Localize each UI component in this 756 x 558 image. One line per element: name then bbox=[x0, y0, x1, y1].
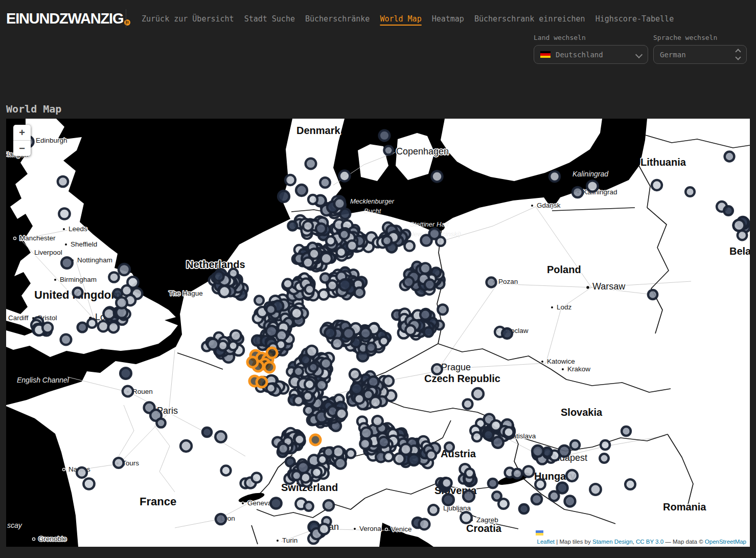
map-marker[interactable] bbox=[424, 327, 433, 337]
map-marker[interactable] bbox=[325, 328, 335, 339]
language-select[interactable]: German bbox=[653, 45, 747, 64]
map-marker[interactable] bbox=[83, 478, 94, 489]
map-marker-orange[interactable] bbox=[264, 362, 274, 372]
map-marker[interactable] bbox=[566, 470, 578, 481]
map-marker[interactable] bbox=[532, 445, 543, 457]
map-marker[interactable] bbox=[285, 175, 295, 185]
map-marker[interactable] bbox=[492, 437, 503, 448]
map-marker[interactable] bbox=[408, 454, 420, 465]
map-marker[interactable] bbox=[432, 171, 443, 182]
map-marker[interactable] bbox=[565, 496, 576, 507]
map-marker[interactable] bbox=[301, 355, 310, 364]
map-marker[interactable] bbox=[384, 452, 393, 461]
map-marker[interactable] bbox=[350, 369, 360, 380]
map-marker[interactable] bbox=[443, 494, 454, 505]
map-marker[interactable] bbox=[601, 440, 610, 450]
map-marker[interactable] bbox=[73, 288, 83, 298]
map-marker[interactable] bbox=[366, 343, 376, 352]
map-marker[interactable] bbox=[648, 290, 657, 299]
map-marker[interactable] bbox=[734, 220, 745, 231]
map-marker-orange[interactable] bbox=[257, 377, 267, 387]
map-marker[interactable] bbox=[463, 490, 474, 502]
zoom-in-button[interactable]: + bbox=[13, 125, 31, 140]
map-marker[interactable] bbox=[420, 309, 430, 320]
map-marker[interactable] bbox=[445, 442, 454, 452]
map-marker[interactable] bbox=[303, 221, 313, 231]
map-marker[interactable] bbox=[403, 277, 414, 287]
map-marker[interactable] bbox=[382, 236, 392, 245]
map-marker[interactable] bbox=[513, 469, 522, 479]
nav-item-highscore-tabelle[interactable]: Highscore-Tabelle bbox=[595, 14, 674, 24]
map-marker[interactable] bbox=[442, 478, 451, 488]
map-marker[interactable] bbox=[725, 152, 735, 162]
nav-item-b-cherschr-nke[interactable]: Bücherschränke bbox=[305, 14, 370, 24]
map-marker[interactable] bbox=[316, 224, 326, 234]
map-marker[interactable] bbox=[270, 498, 281, 508]
map-marker[interactable] bbox=[109, 272, 119, 282]
map-marker[interactable] bbox=[266, 305, 276, 314]
map-marker[interactable] bbox=[590, 484, 601, 495]
map-marker[interactable] bbox=[504, 427, 514, 437]
map-marker[interactable] bbox=[308, 195, 317, 204]
map-marker[interactable] bbox=[303, 258, 313, 268]
map-marker[interactable] bbox=[286, 457, 295, 466]
country-select[interactable]: Deutschland bbox=[534, 45, 648, 64]
map-marker[interactable] bbox=[291, 308, 302, 319]
leaflet-link[interactable]: Leaflet bbox=[537, 539, 555, 545]
map-marker[interactable] bbox=[347, 240, 357, 251]
map-marker[interactable] bbox=[216, 514, 226, 524]
map-marker[interactable] bbox=[59, 208, 70, 219]
map-marker[interactable] bbox=[383, 376, 394, 386]
map-marker[interactable] bbox=[535, 479, 545, 489]
map-marker[interactable] bbox=[61, 257, 73, 269]
map-marker[interactable] bbox=[379, 130, 390, 141]
map-marker[interactable] bbox=[78, 323, 87, 332]
map-marker[interactable] bbox=[334, 198, 345, 209]
map-marker[interactable] bbox=[373, 416, 383, 426]
openstreetmap-link[interactable]: OpenStreetMap bbox=[705, 539, 746, 545]
map-marker[interactable] bbox=[419, 519, 430, 530]
map-marker[interactable] bbox=[98, 321, 109, 332]
map-marker[interactable] bbox=[231, 330, 241, 341]
nav-item-b-cherschrank-einreichen[interactable]: Bücherschrank einreichen bbox=[474, 14, 585, 24]
map-marker[interactable] bbox=[278, 444, 288, 454]
map-marker[interactable] bbox=[332, 338, 342, 349]
map-marker[interactable] bbox=[429, 229, 440, 239]
map-marker[interactable] bbox=[219, 286, 230, 297]
map-marker[interactable] bbox=[549, 492, 559, 501]
map-marker[interactable] bbox=[339, 279, 351, 291]
world-map[interactable]: DenmarkUnited KingdomNetherlandsLithuani… bbox=[6, 119, 750, 547]
map-marker[interactable] bbox=[42, 323, 53, 333]
map-marker[interactable] bbox=[252, 473, 262, 483]
nav-item-heatmap[interactable]: Heatmap bbox=[432, 14, 464, 24]
map-marker[interactable] bbox=[502, 328, 512, 339]
map-marker[interactable] bbox=[292, 471, 302, 480]
map-marker[interactable] bbox=[288, 221, 297, 231]
map-marker[interactable] bbox=[488, 479, 497, 488]
map-marker[interactable] bbox=[432, 364, 442, 374]
map-marker[interactable] bbox=[622, 427, 631, 436]
map-marker[interactable] bbox=[428, 505, 438, 515]
map-marker[interactable] bbox=[266, 384, 276, 393]
map-marker[interactable] bbox=[484, 430, 493, 440]
map-marker[interactable] bbox=[559, 445, 570, 457]
map-marker[interactable] bbox=[335, 458, 346, 468]
map-marker[interactable] bbox=[472, 432, 482, 441]
map-marker[interactable] bbox=[339, 230, 349, 239]
map-marker[interactable] bbox=[465, 468, 474, 477]
map-marker[interactable] bbox=[685, 187, 695, 196]
map-marker[interactable] bbox=[180, 440, 192, 452]
map-marker[interactable] bbox=[351, 383, 362, 394]
map-marker[interactable] bbox=[498, 499, 509, 509]
map-marker[interactable] bbox=[549, 171, 560, 182]
map-marker[interactable] bbox=[294, 396, 303, 405]
map-marker[interactable] bbox=[336, 409, 347, 419]
map-marker[interactable] bbox=[305, 285, 314, 294]
map-marker[interactable] bbox=[202, 428, 212, 437]
map-marker[interactable] bbox=[738, 231, 747, 240]
map-marker[interactable] bbox=[312, 467, 322, 477]
map-marker[interactable] bbox=[278, 191, 289, 202]
map-marker[interactable] bbox=[320, 177, 330, 187]
map-marker[interactable] bbox=[420, 263, 431, 274]
map-marker[interactable] bbox=[316, 380, 327, 390]
